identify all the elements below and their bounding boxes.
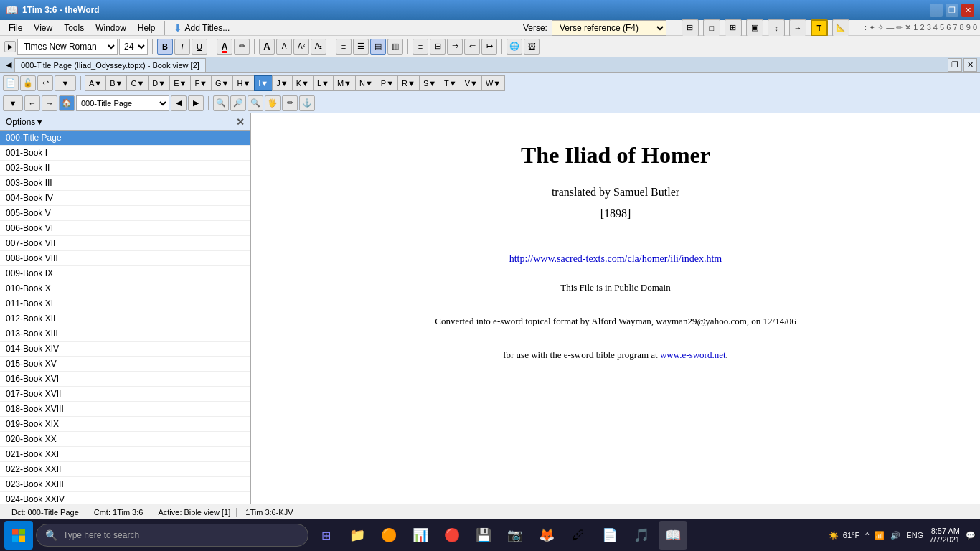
taskbar-app-pen[interactable]: 🖊 <box>564 521 593 550</box>
alpha-w[interactable]: W▼ <box>481 75 505 91</box>
indent2-button[interactable]: ↦ <box>481 39 497 55</box>
outdent-button[interactable]: ⇐ <box>464 39 480 55</box>
search-zoom-in-btn[interactable]: 🔍 <box>248 95 263 111</box>
alpha-l[interactable]: L▼ <box>313 75 334 91</box>
list-item[interactable]: 009-Book IX <box>0 266 250 281</box>
alpha-c[interactable]: C▼ <box>126 75 149 91</box>
list-item[interactable]: 013-Book XIII <box>0 326 250 342</box>
alpha-v[interactable]: V▼ <box>461 75 482 91</box>
search-back-btn[interactable]: ← <box>24 95 40 111</box>
list-item[interactable]: 020-Book XX <box>0 432 250 447</box>
alpha-d[interactable]: D▼ <box>148 75 170 91</box>
search-hand-btn[interactable]: 🖐 <box>265 95 281 111</box>
nav-options-btn[interactable]: ▼ <box>55 75 76 91</box>
page-select[interactable]: 000-Title Page <box>76 95 169 111</box>
page-prev-btn[interactable]: ◀ <box>171 95 187 111</box>
sidebar-close-btn[interactable]: ✕ <box>236 116 245 128</box>
list-item[interactable]: 018-Book XVIII <box>0 402 250 417</box>
list-item[interactable]: 007-Book VII <box>0 236 250 251</box>
list-item[interactable]: 022-Book XXII <box>0 462 250 477</box>
font-bigger-button[interactable]: A <box>259 39 275 55</box>
page-next-btn[interactable]: ▶ <box>188 95 204 111</box>
alpha-j[interactable]: J▼ <box>272 75 292 91</box>
list-item[interactable]: 014-Book XIV <box>0 342 250 357</box>
layout-btn-4[interactable]: ▣ <box>746 19 763 37</box>
taskbar-chevron[interactable]: ^ <box>865 531 869 540</box>
list-item[interactable]: 024-Book XXIV <box>0 492 250 504</box>
align-right-button[interactable]: ▤ <box>370 39 386 55</box>
alpha-s[interactable]: S▼ <box>419 75 440 91</box>
taskbar-app-chart[interactable]: 📊 <box>406 521 435 550</box>
list-item[interactable]: 004-Book IV <box>0 191 250 206</box>
menu-file[interactable]: File <box>3 22 28 34</box>
list-item[interactable]: 003-Book III <box>0 176 250 191</box>
italic-button[interactable]: I <box>174 39 190 55</box>
size-select[interactable]: 24 <box>119 39 148 55</box>
menu-view[interactable]: View <box>28 22 58 34</box>
taskbar-volume[interactable]: 🔊 <box>890 531 900 540</box>
list-item[interactable]: 012-Book XII <box>0 311 250 326</box>
underline-button[interactable]: U <box>192 39 207 55</box>
search-anchor-btn[interactable]: ⚓ <box>299 95 315 111</box>
taskbar-app-camera[interactable]: 📷 <box>501 521 529 550</box>
layout-btn-2[interactable]: □ <box>703 19 720 37</box>
list-item[interactable]: 006-Book VI <box>0 221 250 236</box>
search-find-btn[interactable]: 🔍 <box>213 95 229 111</box>
esword-link[interactable]: www.e-sword.net <box>660 349 726 360</box>
sidebar-options-btn[interactable]: Options▼ <box>6 117 44 127</box>
font-smaller-button[interactable]: A <box>276 39 292 55</box>
alpha-b[interactable]: B▼ <box>105 75 127 91</box>
list-item[interactable]: 008-Book VIII <box>0 251 250 266</box>
list-item[interactable]: 002-Book II <box>0 161 250 176</box>
align-left-button[interactable]: ≡ <box>336 39 352 55</box>
taskbar-time[interactable]: 8:57 AM 7/7/2021 <box>929 527 960 544</box>
list-item[interactable]: 021-Book XXI <box>0 447 250 462</box>
doc-maximize-btn[interactable]: ❐ <box>948 58 962 72</box>
search-home-btn[interactable]: 🏠 <box>59 95 75 111</box>
taskbar-weather[interactable]: ☀️ 61°F <box>829 531 859 540</box>
taskbar-app-explorer[interactable]: 📁 <box>343 521 372 550</box>
doc-close-btn[interactable]: ✕ <box>963 58 977 72</box>
layout-btn-5[interactable]: ↕ <box>768 19 785 37</box>
list-item[interactable]: 000-Title Page <box>0 131 250 146</box>
taskbar-network[interactable]: 📶 <box>875 531 885 540</box>
taskbar-app-save[interactable]: 💾 <box>469 521 498 550</box>
alpha-i[interactable]: I▼ <box>254 75 273 91</box>
doc-tab-scroll-left[interactable]: ◀ <box>3 60 14 70</box>
minimize-button[interactable]: — <box>930 4 943 17</box>
alpha-k[interactable]: K▼ <box>292 75 314 91</box>
list-ol-button[interactable]: ⊟ <box>430 39 446 55</box>
layout-btn-1[interactable]: ⊟ <box>682 19 699 37</box>
close-button[interactable]: ✕ <box>961 4 974 17</box>
maximize-button[interactable]: ❐ <box>946 4 958 17</box>
list-item[interactable]: 001-Book I <box>0 146 250 161</box>
image-button[interactable]: 🖼 <box>524 39 540 55</box>
search-options-btn[interactable]: ▼ <box>3 95 23 111</box>
list-item[interactable]: 005-Book V <box>0 206 250 221</box>
taskbar-search[interactable]: 🔍 Type here to search <box>36 524 308 547</box>
list-item[interactable]: 015-Book XV <box>0 357 250 372</box>
search-fwd-btn[interactable]: → <box>42 95 57 111</box>
list-item[interactable]: 016-Book XVI <box>0 372 250 387</box>
layout-btn-8[interactable]: 📐 <box>832 19 849 37</box>
taskbar-app-firefox[interactable]: 🦊 <box>532 521 561 550</box>
list-item[interactable]: 010-Book X <box>0 281 250 296</box>
alpha-r[interactable]: R▼ <box>397 75 420 91</box>
indent-button[interactable]: ⇒ <box>447 39 463 55</box>
nav-open-btn[interactable]: 🔓 <box>20 75 36 91</box>
alpha-n[interactable]: N▼ <box>355 75 377 91</box>
alpha-e[interactable]: E▼ <box>169 75 191 91</box>
taskbar-task-view[interactable]: ⊞ <box>311 521 340 550</box>
search-zoom-out-btn[interactable]: 🔎 <box>230 95 246 111</box>
taskbar-app-word[interactable]: 📄 <box>595 521 624 550</box>
font-select[interactable]: Times New Roman <box>17 39 118 55</box>
alpha-h[interactable]: H▼ <box>232 75 255 91</box>
superscript-button[interactable]: A² <box>293 39 309 55</box>
list-item[interactable]: 023-Book XXIII <box>0 477 250 492</box>
align-justify-button[interactable]: ▥ <box>387 39 403 55</box>
alpha-m[interactable]: M▼ <box>333 75 356 91</box>
doc-link[interactable]: http://www.sacred-texts.com/cla/homer/il… <box>329 253 903 265</box>
list-item[interactable]: 019-Book XIX <box>0 417 250 432</box>
subscript-button[interactable]: A₂ <box>311 39 326 55</box>
taskbar-app-red[interactable]: 🔴 <box>438 521 466 550</box>
